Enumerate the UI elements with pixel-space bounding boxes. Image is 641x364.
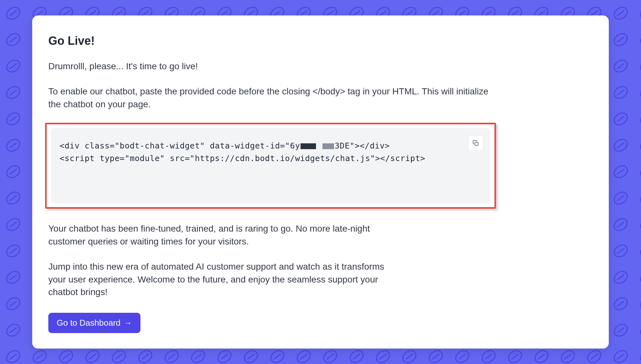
redacted-segment	[322, 143, 334, 149]
go-live-card: Go Live! Drumrolll, please... It's time …	[32, 15, 609, 349]
post-code-text-1: Your chatbot has been fine-tuned, traine…	[48, 222, 403, 248]
code-line-1-prefix: <div class="bodt-chat-widget" data-widge…	[60, 141, 300, 150]
intro-text: Drumrolll, please... It's time to go liv…	[48, 60, 499, 73]
arrow-right-icon: →	[124, 318, 132, 328]
copy-code-button[interactable]	[468, 135, 483, 151]
code-highlight-frame: <div class="bodt-chat-widget" data-widge…	[45, 123, 496, 209]
embed-code-block[interactable]: <div class="bodt-chat-widget" data-widge…	[51, 128, 491, 203]
code-line-1-suffix: 3DE"></div>	[335, 141, 390, 150]
cta-label: Go to Dashboard	[57, 318, 120, 328]
code-line-2: <script type="module" src="https://cdn.b…	[60, 154, 425, 163]
svg-rect-0	[475, 142, 478, 146]
post-code-text-2: Jump into this new era of automated AI c…	[48, 260, 403, 299]
instruction-text: To enable our chatbot, paste the provide…	[48, 85, 499, 111]
copy-icon	[472, 139, 479, 147]
go-to-dashboard-button[interactable]: Go to Dashboard →	[48, 313, 140, 333]
redacted-segment	[301, 143, 316, 149]
page-title: Go Live!	[48, 34, 593, 48]
